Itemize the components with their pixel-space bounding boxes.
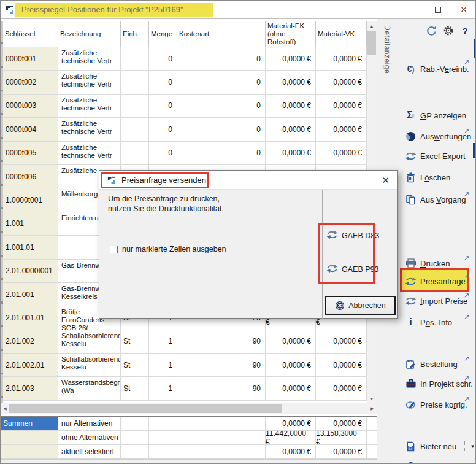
summary-empty [121, 417, 149, 430]
cell-einh [121, 95, 149, 117]
cell-menge: 1 [149, 354, 177, 376]
sidebar-item-label: Bestellung [420, 360, 458, 369]
column-header-schluessel[interactable]: Schlüssel [3, 21, 58, 47]
sidebar-item-rab-vereinb[interactable]: €) Rab.-Vereinb. [405, 62, 469, 75]
scroll-up-icon[interactable]: ▲ [367, 21, 377, 31]
app-icon [5, 5, 15, 15]
page-plus-icon [405, 441, 416, 452]
external-arrow-icon: ↗ [464, 313, 469, 321]
sidebar-item-preisanfrage[interactable]: Preisanfrage [405, 274, 466, 288]
sidebar-item-schliessen[interactable]: Schließen [405, 460, 456, 464]
summary-empty [149, 417, 177, 430]
gaeb-p93-button[interactable]: GAEB P93 [326, 263, 378, 276]
dialog-close-button[interactable]: ✕ [382, 175, 390, 186]
cell-material-vk: 0,0000 € [316, 47, 367, 70]
sidebar-item-bestellung[interactable]: Bestellung [405, 357, 458, 371]
column-header-material-vk[interactable]: Material-VK [316, 21, 367, 47]
sidebar-item-label: Pos.-Info [420, 318, 452, 327]
table-row[interactable]: 2.01.002 Schallabsorbierende Kesselu St … [3, 330, 367, 354]
preisanfrage-dialog: Preisanfrage versenden ✕ Um die Preisanf… [99, 170, 398, 319]
edge-accent-mark [473, 143, 476, 158]
sidebar-item-bieter-neu[interactable]: Bieter neu ▾ [405, 439, 474, 453]
sidebar-item-label: Bieter neu [420, 442, 456, 451]
column-header-kostenart[interactable]: Kostenart [177, 21, 266, 47]
cell-einh [121, 71, 149, 93]
swap-arrows-icon [326, 264, 338, 275]
table-row[interactable]: 0000t003 Zusätzliche technische Vertr 0 … [3, 95, 367, 118]
sidebar-item-in-projekt-schr[interactable]: In Projekt schr. [405, 377, 473, 390]
sidebar-item-preise-korrig[interactable]: Preise korrig. [405, 398, 467, 411]
cancel-label: Abbrechen [348, 301, 385, 310]
table-row[interactable]: 0000t001 Zusätzliche technische Vertr 0 … [3, 47, 367, 71]
summary-material-vk: 0,0000 € [316, 445, 367, 458]
cell-material-vk: 0,0000 € [316, 354, 367, 376]
column-header-bezeichnung[interactable]: Bezeichnung [58, 21, 121, 47]
table-row[interactable]: 0000t004 Zusätzliche technische Vertr 0 … [3, 118, 367, 141]
summary-material-ek: 0,0000 € [266, 417, 316, 430]
help-button[interactable]: ? [459, 25, 471, 37]
external-arrow-icon: ↗ [464, 190, 469, 198]
cell-material-vk: 0,0000 € [316, 95, 367, 117]
settings-button[interactable] [442, 25, 455, 37]
sidebar-item-gp-anzeigen[interactable]: Σ≡ GP anzeigen [405, 109, 466, 122]
scroll-right-icon[interactable]: ▶ [368, 403, 377, 414]
cell-menge: 0 [149, 95, 177, 117]
sidebar-item-loeschen[interactable]: Löschen [405, 171, 450, 184]
summary-row: ohne Alternativen 11.442,0000 € 13.158,3… [1, 431, 377, 445]
cell-material-ek: 0,0000 € [266, 142, 316, 164]
column-header-einh[interactable]: Einh. [121, 21, 149, 47]
cell-schluessel: 2.01.002.01 [3, 354, 58, 376]
column-header-menge[interactable]: Menge [149, 21, 177, 47]
cancel-button[interactable]: Abbrechen [325, 296, 396, 315]
external-arrow-icon: ↗ [464, 395, 469, 403]
cell-schluessel: 0000t002 [3, 71, 58, 93]
tab-detailanzeige[interactable]: Detailanzeige [383, 25, 391, 74]
dialog-title-bar: Preisanfrage versenden [99, 171, 397, 190]
table-row[interactable]: 0000t005 Zusätzliche technische Vertr 0 … [3, 142, 367, 165]
maximize-button[interactable] [425, 1, 451, 19]
sidebar-item-pos-info[interactable]: i Pos.-Info [405, 315, 452, 329]
sidebar-item-label: Excel-Export [420, 152, 466, 161]
cell-material-ek: 0,0000 € [266, 95, 316, 117]
summen-header: Summen [1, 417, 58, 430]
refresh-button[interactable] [425, 25, 437, 37]
sidebar-item-label: GP anzeigen [420, 111, 466, 120]
sidebar-item-excel-export[interactable]: Excel-Export [405, 149, 466, 163]
summary-material-vk: 13.158,3000 € [316, 431, 367, 444]
cell-menge: 1 [149, 330, 177, 353]
cell-schluessel: 0000t004 [3, 118, 58, 141]
bottom-strip [1, 459, 377, 464]
sidebar-item-drucken[interactable]: Drucken [405, 257, 450, 270]
summary-empty [121, 431, 149, 444]
gaeb-d83-button[interactable]: GAEB D83 [326, 230, 379, 242]
summary-desc: aktuell selektiert [58, 445, 121, 458]
table-header-row: Schlüssel Bezeichnung Einh. Menge Kosten… [3, 21, 367, 47]
cell-material-vk: 0,0000 € [316, 118, 367, 141]
vertical-scrollbar-thumb[interactable] [367, 31, 376, 55]
table-row[interactable]: 2.01.003 Wasserstandsbegrenzer (Wa St 1 … [3, 377, 367, 400]
scroll-left-icon[interactable]: ◀ [1, 403, 9, 414]
pencil-icon [405, 400, 416, 409]
close-button[interactable]: × [451, 1, 476, 19]
scroll-down-icon[interactable]: ▼ [367, 393, 377, 403]
sidebar-item-label: Drucken [420, 259, 450, 268]
sidebar-item-auswertungen[interactable]: Auswertungen [405, 130, 471, 143]
cell-einh: St [121, 354, 149, 376]
sidebar-item-import-preise[interactable]: Import Preise [405, 294, 467, 307]
horizontal-scrollbar-thumb[interactable] [9, 404, 282, 413]
sidebar-item-aus-vorgang[interactable]: Aus Vorgang [405, 193, 466, 206]
minimize-button[interactable] [399, 1, 425, 19]
horizontal-scrollbar[interactable]: ◀ ▶ [1, 403, 377, 414]
cell-material-vk: 0,0000 € [316, 330, 367, 353]
dropdown-arrow-icon[interactable]: ▾ [471, 443, 474, 449]
external-arrow-icon: ↗ [464, 374, 469, 382]
cell-schluessel: 1.001.01 [3, 236, 58, 258]
dialog-message-line1: Um die Preisanfrage zu drucken, [108, 194, 224, 204]
only-marked-rows-checkbox[interactable] [110, 246, 118, 253]
sidebar-item-label: Preise korrig. [420, 400, 467, 409]
column-header-material-ek[interactable]: Material-EK (ohne Rohstoff) [266, 21, 316, 47]
table-row[interactable]: 0000t002 Zusätzliche technische Vertr 0 … [3, 71, 367, 94]
cell-kostenart: 0 [177, 71, 266, 93]
table-row[interactable]: 2.01.002.01 Schallabsorbierende Kesselu … [3, 354, 367, 377]
divider [464, 441, 465, 451]
